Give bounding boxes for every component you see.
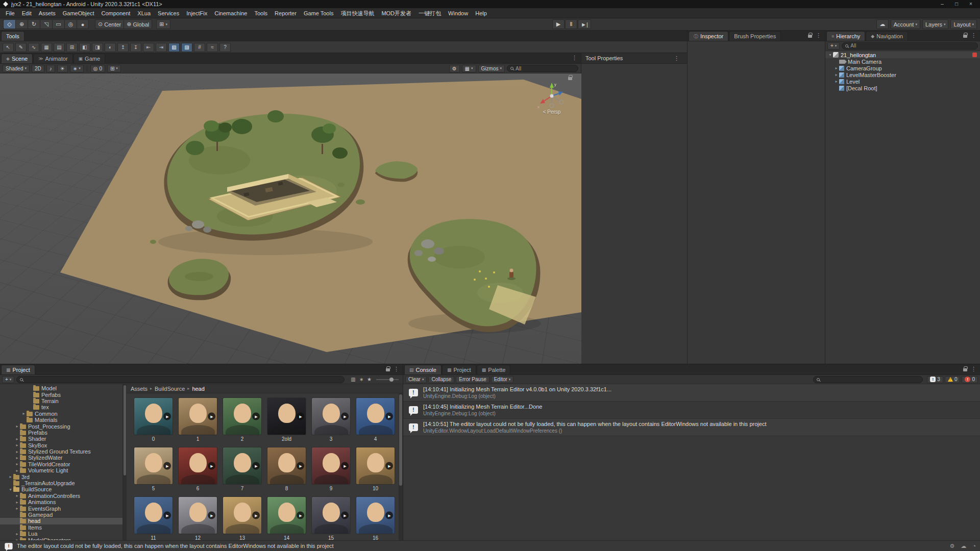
asset-6[interactable]: ▶6 — [178, 447, 217, 491]
split-left-tool[interactable]: ◧ — [79, 43, 90, 52]
snap-start-tool[interactable]: ⇤ — [143, 43, 154, 52]
asset-7[interactable]: ▶7 — [223, 447, 262, 491]
asset-14[interactable]: ▶14 — [267, 496, 306, 540]
orientation-gizmo[interactable]: y x < Persp — [530, 81, 573, 115]
menu-cinemachine[interactable]: Cinemachine — [211, 8, 251, 18]
foldout-arrow-icon[interactable]: ▸ — [14, 462, 20, 466]
play-badge-icon[interactable]: ▶ — [163, 462, 171, 470]
grid-snapping-button[interactable]: ⊞ ▾ — [156, 19, 170, 29]
menu-xlua[interactable]: XLua — [134, 8, 154, 18]
foldout-arrow-icon[interactable]: ▸ — [834, 66, 839, 70]
transform-tool-button[interactable]: ◎ — [64, 19, 77, 29]
tab-navigation[interactable]: ◆Navigation — [866, 31, 908, 41]
console-info-filter-toggle[interactable]: !3 — [927, 376, 943, 383]
folder-skybox[interactable]: ▸SkyBox — [0, 442, 122, 448]
pivot-toggle-button[interactable]: ⊙ Center — [95, 19, 124, 29]
rect-tool-button[interactable]: ▭ — [52, 19, 64, 29]
play-badge-icon[interactable]: ▶ — [385, 512, 393, 519]
folder-common[interactable]: ▸Common — [0, 411, 122, 417]
asset-4[interactable]: ▶4 — [356, 397, 395, 442]
foldout-arrow-icon[interactable]: ▸ — [14, 506, 20, 511]
add-grid-tool[interactable]: ⊞ — [66, 43, 78, 52]
viewport-lock-icon[interactable] — [568, 77, 572, 80]
raise-tool[interactable]: ↥ — [117, 43, 129, 52]
foldout-arrow-icon[interactable]: ▸ — [14, 456, 20, 460]
hierarchy-item-main-camera[interactable]: Main Camera — [825, 58, 980, 65]
lock-icon[interactable] — [963, 35, 967, 38]
foldout-arrow-icon[interactable]: ▸ — [14, 443, 20, 447]
cloud-status-icon[interactable]: ☁ — [961, 543, 966, 549]
toggle-2d-button[interactable]: 2D — [32, 65, 44, 72]
menu-reporter[interactable]: Reporter — [271, 8, 300, 18]
view-tool-button[interactable]: ◇ — [3, 19, 15, 29]
folder-animations[interactable]: ▸Animations — [0, 499, 122, 505]
console-warn-filter-toggle[interactable]: 0 — [945, 376, 961, 383]
folder-terrainautoupgrade[interactable]: _TerrainAutoUpgrade — [0, 480, 122, 486]
menu-mod[interactable]: MOD开发者 — [378, 8, 415, 18]
folder-gamepad[interactable]: Gamepad — [0, 512, 122, 518]
asset-grid-scrollbar[interactable] — [399, 393, 403, 540]
menu-tools[interactable]: Tools — [251, 8, 271, 18]
project-search-input[interactable] — [16, 376, 345, 383]
lock-icon[interactable] — [808, 35, 812, 38]
foldout-arrow-icon[interactable]: ▾ — [827, 53, 833, 57]
draw-tool[interactable]: ✎ — [15, 43, 27, 52]
asset-16[interactable]: ▶16 — [356, 496, 395, 540]
asset-10[interactable]: ▶10 — [356, 447, 395, 491]
foldout-arrow-icon[interactable]: ▸ — [14, 424, 20, 429]
foldout-arrow-icon[interactable]: ▸ — [14, 500, 20, 505]
console-collapse-button[interactable]: Collapse — [428, 376, 454, 383]
folder-tex[interactable]: tex — [0, 404, 122, 410]
create-asset-button[interactable]: +▾ — [2, 376, 14, 383]
scene-viewport[interactable]: y x < Persp — [0, 73, 581, 364]
asset-15[interactable]: ▶15 — [311, 496, 351, 540]
asset-3[interactable]: ▶3 — [311, 397, 351, 442]
scene-camera-settings-button[interactable]: ⚙ — [449, 65, 460, 72]
play-badge-icon[interactable]: ▶ — [341, 413, 349, 420]
scene-visibility-toggle[interactable]: ◎0 — [90, 65, 105, 72]
tab-animator[interactable]: ≫Animator — [33, 54, 72, 63]
asset-2[interactable]: ▶2 — [223, 397, 262, 442]
foldout-arrow-icon[interactable]: ▸ — [14, 468, 20, 473]
hierarchy-item-level[interactable]: ▸Level — [825, 78, 980, 85]
tab-project[interactable]: ▦Project — [1, 365, 35, 374]
folder-shader[interactable]: ▸Shader — [0, 436, 122, 442]
move-tool-button[interactable]: ⊕ — [15, 19, 28, 29]
smooth-tool[interactable]: ∿ — [28, 43, 39, 52]
folder-buildsource[interactable]: ▾BuildSource — [0, 486, 122, 492]
hierarchy-item-decal-root[interactable]: [Decal Root] — [825, 85, 980, 91]
foldout-arrow-icon[interactable]: ▸ — [21, 411, 27, 416]
hash-grid-tool[interactable]: # — [194, 43, 205, 52]
layer-tool[interactable]: ▤ — [54, 43, 65, 52]
panel-menu-icon[interactable]: ⋮ — [674, 55, 679, 62]
tab-tools[interactable]: Tools — [1, 31, 24, 41]
paint-mesh-tool[interactable]: ▦ — [41, 43, 52, 52]
asset-9[interactable]: ▶9 — [311, 447, 351, 491]
layers-dropdown[interactable]: Layers▾ — [922, 19, 949, 29]
tab-hierarchy[interactable]: ≡Hierarchy — [826, 31, 865, 41]
play-badge-icon[interactable]: ▶ — [208, 512, 215, 519]
tab-game[interactable]: ▣Game — [74, 54, 105, 63]
console-error-pause-button[interactable]: Error Pause — [456, 376, 489, 383]
panel-menu-icon[interactable]: ⋮ — [816, 32, 821, 39]
lock-icon[interactable] — [386, 368, 390, 371]
menu-item-12[interactable]: 项目快速导航 — [337, 8, 378, 18]
folder-eventsgraph[interactable]: ▸EventsGraph — [0, 505, 122, 511]
create-object-button[interactable]: +▾ — [827, 42, 840, 49]
grid-settings-dropdown[interactable]: ⊞▾ — [107, 65, 121, 72]
scale-tool-button[interactable]: ◹ — [40, 19, 52, 29]
panel-menu-icon[interactable]: ⋮ — [971, 32, 976, 39]
folder-model[interactable]: Model — [0, 385, 122, 391]
folder-materials[interactable]: Materials — [0, 417, 122, 423]
minimize-button[interactable]: – — [936, 0, 948, 8]
folder-3rd[interactable]: ▸3rd — [0, 473, 122, 480]
effects-dropdown[interactable]: ∗▾ — [70, 65, 84, 72]
folder-modelcharacters[interactable]: ▸ModelCharacters — [0, 537, 122, 540]
menu-file[interactable]: File — [2, 8, 18, 18]
foldout-arrow-icon[interactable]: ▸ — [14, 493, 20, 498]
hierarchy-item-21-heilongtan[interactable]: ▾21_heilongtan — [825, 52, 980, 58]
menu-injectfix[interactable]: InjectFix — [183, 8, 211, 18]
play-badge-icon[interactable]: ▶ — [252, 413, 260, 420]
pause-button[interactable]: Ⅱ — [565, 19, 577, 29]
search-by-type-icon[interactable]: ▥ — [350, 377, 356, 382]
